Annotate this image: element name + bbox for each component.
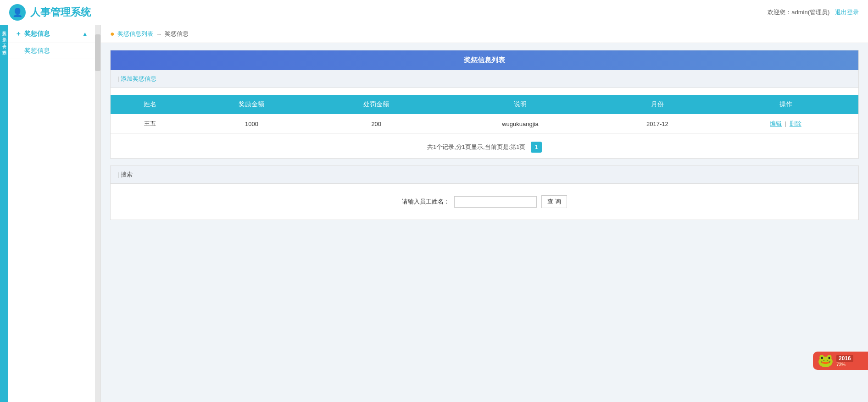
sidebar-child-label: 奖惩信息	[24, 47, 50, 54]
breadcrumb-current: 奖惩信息	[165, 30, 189, 38]
col-month: 月份	[602, 95, 713, 114]
search-label: 搜索	[121, 171, 133, 178]
sidebar-group-rewards[interactable]: ＋ 奖惩信息 ▲	[8, 25, 95, 43]
content-area: ● 奖惩信息列表 → 奖惩信息 奖惩信息列表 添加奖惩信息 姓名	[101, 25, 868, 402]
welcome-text: 欢迎您：admin(管理员)	[768, 9, 829, 16]
widget-progress: 73%	[836, 362, 853, 367]
search-button[interactable]: 查 询	[541, 195, 567, 208]
chevron-up-icon: ▲	[82, 30, 88, 38]
pagination: 共1个记录,分1页显示,当前页是:第1页 1	[111, 136, 858, 158]
table-header-row: 姓名 奖励金额 处罚金额 说明 月份 操作	[111, 95, 858, 114]
col-action: 操作	[713, 95, 858, 114]
breadcrumb-separator: →	[156, 31, 162, 38]
col-desc: 说明	[439, 95, 602, 114]
cell-actions: 编辑 | 删除	[713, 114, 858, 134]
corner-widget: 🐸 2016 73%	[813, 352, 868, 388]
search-input[interactable]	[454, 196, 537, 208]
sidebar-nav: 奖 惩 奖 励 工 资 考 勤 ＋ 奖惩信息 ▲	[0, 25, 95, 402]
page-number[interactable]: 1	[531, 142, 542, 153]
cell-penalty: 200	[314, 114, 439, 134]
search-input-label: 请输入员工姓名：	[402, 198, 450, 206]
table-header: 奖惩信息列表	[111, 50, 858, 70]
logout-link[interactable]: 退出登录	[835, 9, 859, 16]
search-toolbar: 搜索	[111, 166, 858, 184]
table-row: 王五 1000 200 wugukuangjia 2017-12 编辑 | 删除	[111, 114, 858, 134]
col-reward: 奖励金额	[189, 95, 314, 114]
header: 👤 人事管理系统 欢迎您：admin(管理员) 退出登录	[0, 0, 868, 25]
col-penalty: 处罚金额	[314, 95, 439, 114]
search-body: 请输入员工姓名： 查 询	[111, 184, 858, 220]
sidebar-scrollbar[interactable]	[95, 25, 100, 402]
table-section: 奖惩信息列表 添加奖惩信息 姓名 奖励金额 处罚金额 说明 月份	[110, 50, 859, 159]
action-separator: |	[785, 120, 786, 127]
cell-desc: wugukuangjia	[439, 114, 602, 134]
edit-link[interactable]: 编辑	[770, 120, 782, 127]
pagination-summary: 共1个记录,分1页显示,当前页是:第1页	[427, 143, 526, 150]
delete-link[interactable]: 删除	[790, 120, 801, 127]
rewards-table: 姓名 奖励金额 处罚金额 说明 月份 操作 王五 1000	[111, 95, 858, 134]
sidebar-item-rewards-info[interactable]: 奖惩信息	[8, 43, 95, 59]
col-name: 姓名	[111, 95, 189, 114]
breadcrumb-icon: ●	[110, 30, 115, 38]
header-left: 👤 人事管理系统	[9, 4, 91, 21]
cell-name: 王五	[111, 114, 189, 134]
breadcrumb-link-1[interactable]: 奖惩信息列表	[117, 30, 153, 38]
main-layout: 奖 惩 奖 励 工 资 考 勤 ＋ 奖惩信息 ▲	[0, 25, 868, 402]
content-inner: 奖惩信息列表 添加奖惩信息 姓名 奖励金额 处罚金额 说明 月份	[110, 50, 859, 220]
app-title: 人事管理系统	[30, 6, 91, 19]
cell-reward: 1000	[189, 114, 314, 134]
search-section: 搜索 请输入员工姓名： 查 询	[110, 165, 859, 220]
sidebar-group-label: 奖惩信息	[24, 30, 50, 38]
header-right: 欢迎您：admin(管理员) 退出登录	[768, 8, 859, 17]
section-toolbar: 添加奖惩信息	[111, 70, 858, 88]
plus-icon: ＋	[15, 30, 22, 38]
sidebar-scrollbar-thumb[interactable]	[95, 34, 100, 71]
cell-month: 2017-12	[602, 114, 713, 134]
header-icon: 👤	[9, 4, 26, 21]
widget-year: 2016	[836, 355, 853, 362]
sidebar-wrapper: 奖 惩 奖 励 工 资 考 勤 ＋ 奖惩信息 ▲	[0, 25, 101, 402]
add-reward-link[interactable]: 添加奖惩信息	[117, 75, 156, 82]
breadcrumb: ● 奖惩信息列表 → 奖惩信息	[101, 25, 868, 43]
